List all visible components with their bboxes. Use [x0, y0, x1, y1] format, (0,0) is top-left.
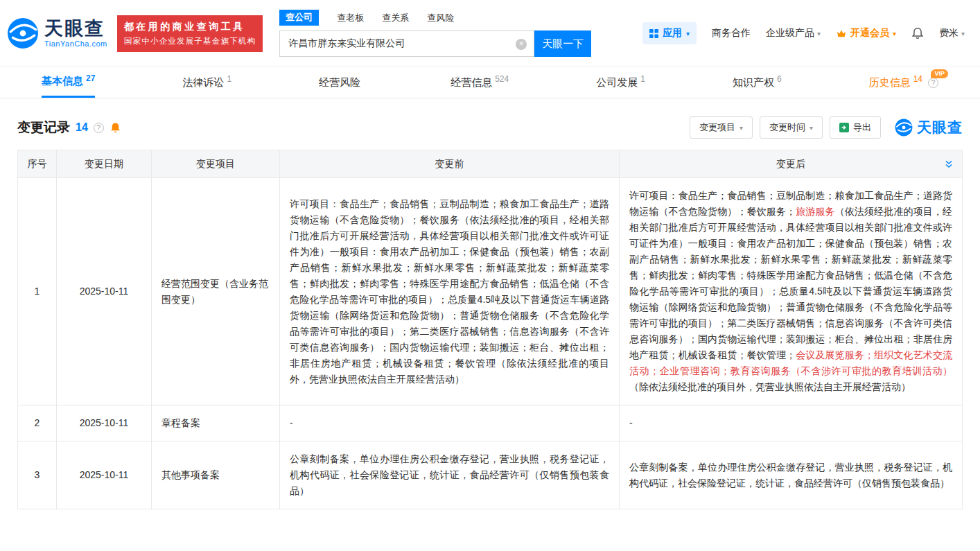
apps-menu[interactable]: 应用 ▾	[642, 22, 697, 44]
top-header: 天眼查 TianYanCha.com 都在用的商业查询工具 国家中小企业发展子基…	[0, 0, 980, 67]
tab-label: 知识产权	[733, 76, 774, 89]
subscribe-bell-icon[interactable]	[110, 122, 121, 134]
col-header-item: 变更项目	[152, 150, 280, 178]
logo-title: 天眼查	[44, 19, 107, 38]
user-menu[interactable]: 费米 ▾	[939, 27, 965, 40]
promo-banner-line1: 都在用的商业查询工具	[124, 21, 256, 33]
cell-after: 许可项目：食品生产；食品销售；豆制品制造；粮食加工食品生产；道路货物运输（不含危…	[620, 178, 963, 405]
cell-seq: 3	[18, 441, 57, 509]
cell-date: 2025-10-11	[57, 441, 152, 509]
section-count: 14	[76, 121, 88, 134]
table-row: 32025-10-11其他事项备案公章刻制备案，单位办理住房公积金缴存登记，营业…	[18, 441, 963, 509]
cell-date: 2025-10-11	[57, 178, 152, 405]
nav-enterprise-products-label: 企业级产品	[766, 27, 814, 40]
chevron-down-icon: ▾	[893, 30, 896, 37]
table-row: 12025-10-11经营范围变更（含业务范围变更）许可项目：食品生产；食品销售…	[18, 178, 963, 405]
change-table-body: 12025-10-11经营范围变更（含业务范围变更）许可项目：食品生产；食品销售…	[18, 178, 963, 509]
tab-label: 公司发展	[596, 76, 638, 89]
tianyancha-watermark: 天眼查	[895, 118, 963, 137]
tab-intellectual-property[interactable]: 知识产权 6	[733, 67, 782, 98]
tab-history-info[interactable]: VIP 历史信息 14 ?	[869, 67, 938, 98]
tianyancha-logo[interactable]: 天眼查 TianYanCha.com	[7, 17, 107, 49]
section-actions: 变更项目 ▾ 变更时间 ▾ 导出	[683, 116, 963, 139]
text: 公章刻制备案，单位办理住房公积金缴存登记，营业执照，税务登记证，机构代码证，社会…	[629, 462, 952, 489]
nav-open-membership-label: 开通会员	[850, 27, 889, 40]
tab-count: 524	[495, 74, 509, 84]
vip-badge: VIP	[931, 69, 948, 78]
search-box: ×	[279, 30, 534, 57]
notification-bell-icon[interactable]	[911, 27, 924, 40]
col-header-after: 变更后	[620, 150, 963, 178]
export-label: 导出	[853, 121, 871, 134]
search-area: 查公司 查老板 查关系 查风险 × 天眼一下	[279, 10, 591, 57]
promo-banner-line2: 国家中小企业发展子基金旗下机构	[124, 36, 256, 46]
col-header-before: 变更前	[280, 150, 620, 178]
text: -	[629, 417, 633, 428]
nav-enterprise-products[interactable]: 企业级产品 ▾	[766, 27, 821, 40]
tab-label: 法律诉讼	[182, 76, 224, 89]
chevron-down-icon: ▾	[686, 30, 690, 37]
tab-basic-info[interactable]: 基本信息 27	[42, 67, 95, 98]
cell-after: 公章刻制备案，单位办理住房公积金缴存登记，营业执照，税务登记证，机构代码证，社会…	[620, 441, 963, 509]
search-input[interactable]	[280, 31, 534, 56]
highlighted-text: 旅游服务	[796, 206, 835, 217]
tab-business-risk[interactable]: 经营风险	[319, 67, 363, 98]
cell-seq: 2	[18, 405, 57, 441]
search-tab-risk[interactable]: 查风险	[427, 12, 454, 24]
nav-business-cooperation-label: 商务合作	[712, 27, 751, 40]
search-button[interactable]: 天眼一下	[534, 30, 591, 57]
search-tab-relation[interactable]: 查关系	[382, 12, 409, 24]
table-header-row: 序号 变更日期 变更项目 变更前 变更后	[18, 150, 963, 178]
tab-business-info[interactable]: 经营信息 524	[450, 67, 509, 98]
search-tab-company[interactable]: 查公司	[279, 10, 319, 26]
col-header-date: 变更日期	[57, 150, 152, 178]
crown-icon	[836, 29, 847, 38]
top-nav: 应用 ▾ 商务合作 企业级产品 ▾ 开通会员 ▾ 费米 ▾	[642, 22, 965, 44]
apps-grid-icon	[649, 29, 658, 38]
section-header: 变更记录 14 ? 变更项目 ▾ 变更时间 ▾	[17, 116, 963, 139]
cell-date: 2025-10-11	[57, 405, 152, 441]
text: （除依法须经批准的项目外，凭营业执照依法自主开展经营活动）	[629, 381, 911, 392]
search-tab-boss[interactable]: 查老板	[337, 12, 364, 24]
tab-label: 基本信息	[42, 75, 83, 88]
cell-after: -	[620, 405, 963, 441]
apps-label: 应用	[663, 27, 682, 40]
tab-label: 经营风险	[319, 76, 360, 89]
text: 公章刻制备案，单位办理住房公积金缴存登记，营业执照，税务登记证，机构代码证，社会…	[290, 453, 609, 496]
chevron-down-icon: ▾	[961, 30, 965, 37]
cell-before: 许可项目：食品生产；食品销售；豆制品制造；粮食加工食品生产；道路货物运输（不含危…	[280, 178, 620, 405]
cell-before: -	[280, 405, 620, 441]
text: -	[290, 417, 293, 428]
tianyancha-logo-icon	[7, 17, 39, 49]
section-title: 变更记录	[17, 119, 70, 137]
user-name: 费米	[939, 27, 959, 40]
tab-count: 14	[913, 74, 922, 84]
change-record-section: 变更记录 14 ? 变更项目 ▾ 变更时间 ▾	[0, 116, 980, 509]
logo-subtitle: TianYanCha.com	[44, 40, 107, 48]
help-icon[interactable]: ?	[928, 78, 938, 88]
chevron-down-icon: ▾	[817, 30, 821, 37]
tab-count: 6	[777, 74, 782, 84]
tab-legal-proceedings[interactable]: 法律诉讼 1	[182, 67, 231, 98]
nav-open-membership[interactable]: 开通会员 ▾	[836, 27, 896, 40]
export-icon	[839, 123, 849, 132]
tianyancha-watermark-text: 天眼查	[917, 118, 963, 137]
tab-count: 1	[227, 74, 231, 84]
chevron-down-icon: ▾	[810, 124, 813, 132]
tab-label: 历史信息	[869, 76, 911, 89]
help-icon[interactable]: ?	[94, 123, 104, 133]
filter-change-time-label: 变更时间	[769, 121, 805, 134]
search-tabs: 查公司 查老板 查关系 查风险	[279, 10, 591, 26]
nav-business-cooperation[interactable]: 商务合作	[712, 27, 751, 40]
col-header-after-label: 变更后	[776, 158, 805, 169]
export-button[interactable]: 导出	[830, 116, 881, 139]
text: （依法须经批准的项目，经相关部门批准后方可开展经营活动，具体经营项目以相关部门批…	[629, 206, 952, 360]
logo-text: 天眼查 TianYanCha.com	[44, 19, 107, 48]
table-row: 22025-10-11章程备案--	[18, 405, 963, 441]
cell-change-item: 章程备案	[152, 405, 280, 441]
filter-change-item[interactable]: 变更项目 ▾	[690, 116, 753, 139]
tab-company-development[interactable]: 公司发展 1	[596, 67, 645, 98]
double-chevron-down-icon[interactable]	[944, 159, 954, 169]
filter-change-time[interactable]: 变更时间 ▾	[760, 116, 823, 139]
cell-change-item: 其他事项备案	[152, 441, 280, 509]
